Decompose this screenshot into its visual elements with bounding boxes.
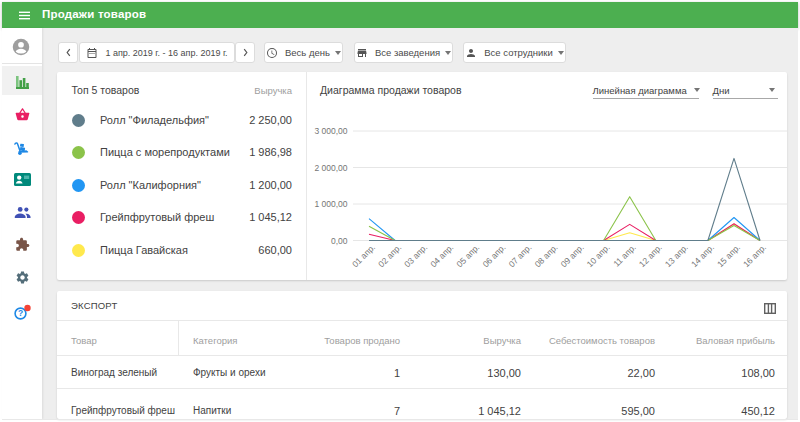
svg-text:12 апр.: 12 апр. [637,242,664,269]
svg-text:01 апр.: 01 апр. [350,242,377,269]
svg-text:2 000,00: 2 000,00 [314,163,347,173]
svg-text:08 апр.: 08 апр. [533,242,560,269]
svg-text:13 апр.: 13 апр. [663,242,690,269]
svg-text:06 апр.: 06 апр. [480,242,507,269]
svg-text:16 апр.: 16 апр. [741,242,768,269]
svg-text:11 апр.: 11 апр. [611,242,638,269]
svg-text:3 000,00: 3 000,00 [314,126,347,136]
svg-text:?: ? [18,308,23,318]
svg-text:15 апр.: 15 апр. [715,242,742,269]
svg-text:07 апр.: 07 апр. [506,242,533,269]
svg-text:04 апр.: 04 апр. [428,242,455,269]
svg-text:1 000,00: 1 000,00 [314,199,347,209]
svg-text:09 апр.: 09 апр. [559,242,586,269]
svg-text:03 апр.: 03 апр. [402,242,429,269]
svg-text:0,00: 0,00 [331,236,348,246]
svg-text:10 апр.: 10 апр. [585,242,612,269]
svg-text:14 апр.: 14 апр. [689,242,716,269]
svg-text:05 апр.: 05 апр. [454,242,481,269]
svg-text:02 апр.: 02 апр. [376,242,403,269]
